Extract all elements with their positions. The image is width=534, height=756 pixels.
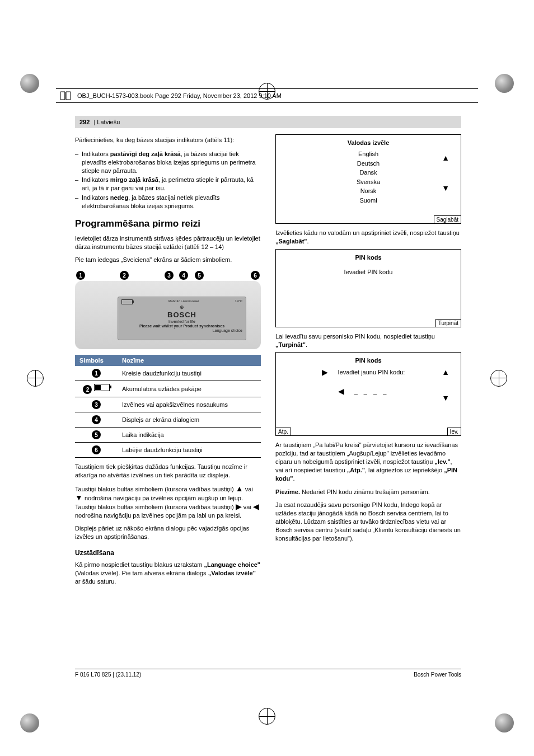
box-title: PIN kods bbox=[280, 254, 456, 261]
save-button[interactable]: Saglabāt bbox=[434, 215, 461, 224]
list-item: Indikators pastāvīgi deg zaļā krāsā, ja … bbox=[75, 150, 261, 175]
table-row: 3Izvēlnes vai apakšizvēlnes nosaukums bbox=[75, 397, 261, 412]
pin-box-2: PIN kods ▶ Ievadiet jaunu PIN kodu: ◀ _ … bbox=[275, 352, 461, 436]
header-bar: OBJ_BUCH-1573-003.book Page 292 Friday, … bbox=[56, 88, 478, 103]
footer-right: Bosch Power Tools bbox=[414, 672, 461, 678]
ornament-ball bbox=[20, 713, 39, 732]
lang-option[interactable]: Suomi bbox=[280, 196, 456, 205]
subheading-setup: Uzstādīšana bbox=[75, 549, 261, 557]
page: OBJ_BUCH-1573-003.book Page 292 Friday, … bbox=[0, 0, 534, 756]
up-arrow-icon[interactable]: ▲ bbox=[442, 154, 449, 162]
para: Izvēlieties kādu no valodām un apstiprin… bbox=[275, 229, 461, 246]
callout-5: 5 bbox=[195, 271, 204, 280]
pin-prompt: Ievadiet jaunu PIN kodu: bbox=[338, 369, 405, 375]
symbol-table: Simbols Nozīme 1Kreisie daudzfunkciju ta… bbox=[75, 355, 261, 458]
para: Ar taustiņiem „Pa labi/Pa kreisi" pārvie… bbox=[275, 441, 461, 482]
content-area: Pārliecinieties, ka deg bāzes stacijas i… bbox=[75, 114, 461, 681]
left-column: Pārliecinieties, ka deg bāzes stacijas i… bbox=[75, 114, 261, 681]
right-column: Valodas izvēle English Deutsch Dansk Sve… bbox=[275, 114, 461, 681]
list-item: Indikators nedeg, ja bāzes stacijai neti… bbox=[75, 194, 261, 210]
device-screen: Robotic Lawnmower 14°C ⊕ BOSCH Invented … bbox=[118, 297, 246, 340]
footer-left: F 016 L70 825 | (23.11.12) bbox=[75, 672, 141, 678]
para: Taustiņi blakus bultas simboliem (kursor… bbox=[75, 485, 261, 519]
callout-1: 1 bbox=[76, 271, 85, 280]
indicator-list: Indikators pastāvīgi deg zaļā krāsā, ja … bbox=[75, 149, 261, 212]
left-arrow-icon: ◀ bbox=[253, 502, 259, 511]
callout-4: 4 bbox=[179, 271, 188, 280]
page-footer: F 016 L70 825 | (23.11.12) Bosch Power T… bbox=[75, 669, 461, 678]
lang-option[interactable]: Norsk bbox=[280, 186, 456, 196]
ornament-ball bbox=[495, 713, 514, 732]
para: Pie tam iedegas „Sveiciena" ekrāns ar šā… bbox=[75, 256, 261, 264]
lang-option[interactable]: Svenska bbox=[280, 177, 456, 187]
device-body: Robotic Lawnmower 14°C ⊕ BOSCH Invented … bbox=[75, 281, 261, 349]
ornament-ball bbox=[495, 74, 514, 93]
right-arrow-icon[interactable]: ▶ bbox=[322, 368, 328, 376]
section-heading: Programmēšana pirmo reizi bbox=[75, 218, 261, 229]
box-title: Valodas izvēle bbox=[280, 139, 456, 146]
lang-option[interactable]: Dansk bbox=[280, 168, 456, 177]
back-button[interactable]: Atp. bbox=[275, 428, 291, 436]
callout-3: 3 bbox=[165, 271, 174, 280]
para: Lai ievadītu savu personisko PIN kodu, n… bbox=[275, 332, 461, 349]
intro-text: Pārliecinieties, ka deg bāzes stacijas i… bbox=[75, 136, 261, 144]
registration-mark bbox=[490, 370, 507, 387]
down-arrow-icon[interactable]: ▼ bbox=[442, 184, 449, 192]
table-row: 2 Akumulatora uzlādes pakāpe bbox=[75, 381, 261, 397]
registration-mark bbox=[27, 370, 44, 387]
enter-button[interactable]: Iev. bbox=[447, 428, 461, 436]
language-select-box: Valodas izvēle English Deutsch Dansk Sve… bbox=[275, 134, 461, 224]
pin-placeholder: _ _ _ _ bbox=[354, 388, 389, 395]
para: Ievietojiet dārza instrumentā strāvas ķē… bbox=[75, 234, 261, 251]
right-arrow-icon: ▶ bbox=[236, 502, 242, 511]
note: Piezīme. Nedariet PIN kodu zināmu trešaj… bbox=[275, 488, 461, 496]
lang-option[interactable]: Deutsch bbox=[280, 159, 456, 168]
callout-2: 2 bbox=[120, 271, 129, 280]
up-arrow-icon[interactable]: ▲ bbox=[442, 368, 449, 376]
continue-button[interactable]: Turpināt bbox=[435, 319, 461, 327]
language-list: English Deutsch Dansk Svenska Norsk Suom… bbox=[280, 149, 456, 205]
table-row: 5Laika indikācija bbox=[75, 428, 261, 443]
device-illustration: Robotic Lawnmower 14°C ⊕ BOSCH Invented … bbox=[75, 271, 261, 349]
table-row: 1Kreisie daudzfunkciju taustiņi bbox=[75, 366, 261, 381]
down-arrow-icon[interactable]: ▼ bbox=[442, 394, 449, 402]
th-meaning: Nozīme bbox=[118, 355, 261, 366]
th-symbol: Simbols bbox=[75, 355, 118, 366]
para: Taustiņiem tiek piešķirtas dažādas funkc… bbox=[75, 463, 261, 480]
table-row: 4Displejs ar ekrāna dialogiem bbox=[75, 412, 261, 428]
battery-icon bbox=[94, 384, 110, 391]
list-item: Indikators mirgo zaļā krāsā, ja perimetr… bbox=[75, 176, 261, 192]
header-text: OBJ_BUCH-1573-003.book Page 292 Friday, … bbox=[77, 92, 282, 99]
box-title: PIN kods bbox=[280, 357, 456, 364]
pin-box-1: PIN kods Ievadiet PIN kodu Turpināt bbox=[275, 249, 461, 327]
pin-prompt: Ievadiet PIN kodu bbox=[280, 269, 456, 275]
left-arrow-icon[interactable]: ◀ bbox=[338, 387, 344, 395]
registration-mark bbox=[259, 708, 275, 725]
table-row: 6Labējie daudzfunkciju taustiņi bbox=[75, 443, 261, 458]
up-arrow-icon: ▲ bbox=[236, 484, 243, 493]
ornament-ball bbox=[20, 74, 39, 93]
book-icon bbox=[59, 91, 72, 101]
callout-6: 6 bbox=[251, 271, 260, 280]
para: Ja esat nozaudējis savu personīgo PIN ko… bbox=[275, 501, 461, 542]
para: Displejs pāriet uz nākošo ekrāna dialogu… bbox=[75, 524, 261, 541]
para: Kā pirmo nospiediet taustiņu blakus uzra… bbox=[75, 561, 261, 586]
lang-option[interactable]: English bbox=[280, 149, 456, 159]
down-arrow-icon: ▼ bbox=[75, 493, 83, 502]
